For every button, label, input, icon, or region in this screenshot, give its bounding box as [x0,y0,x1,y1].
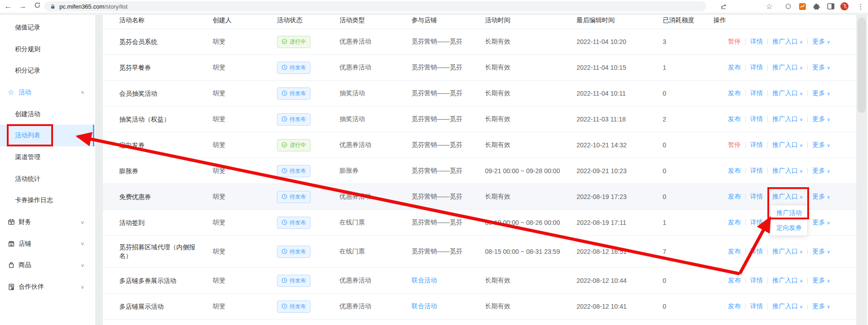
detail-link[interactable]: 详情 [750,247,763,256]
share-icon [720,3,727,10]
activity-name: 活动签到 [119,218,213,227]
dropdown-item-targeted-coupon[interactable]: 定向发券 [771,220,807,235]
sidebar-item-6[interactable]: 渠道管理 [0,146,94,168]
more-link[interactable]: 更多∨ [812,218,830,227]
detail-link[interactable]: 详情 [750,89,763,97]
table-row: 觅芬早餐券 胡斐 待发布 优惠券活动 觅芬营销——觅芬 长期有效 2022-11… [103,55,856,81]
detail-link[interactable]: 详情 [750,38,763,46]
detail-link[interactable]: 详情 [750,167,763,175]
scrollbar-thumb[interactable] [858,18,866,113]
primary-action-link[interactable]: 发布 [728,302,741,310]
primary-action-link[interactable]: 发布 [728,167,741,175]
more-link[interactable]: 更多∨ [812,89,830,97]
page-scrollbar[interactable] [856,15,867,325]
detail-link[interactable]: 详情 [750,63,763,72]
promo-entrance-link[interactable]: 推广入口∨ [772,193,803,201]
more-link[interactable]: 更多∨ [812,115,830,123]
primary-action-link[interactable]: 暂停 [728,141,741,149]
primary-action-link[interactable]: 发布 [728,193,741,201]
activity-name: 定向发券 [119,141,213,150]
sidebar-item-4[interactable]: 创建活动 [0,103,94,125]
more-link[interactable]: 更多∨ [812,276,830,285]
more-link[interactable]: 更多∨ [812,167,830,175]
sidebar-item-12[interactable]: 合作伙伴∨ [0,276,94,298]
primary-action-link[interactable]: 发布 [728,276,741,285]
sidebar-item-8[interactable]: 卡券操作日志 [0,190,94,212]
promo-entrance-link[interactable]: 推广入口∨ [772,63,803,72]
participating-shops[interactable]: 联合活动 [412,276,485,285]
reload-button[interactable] [31,0,44,13]
sidebar-item-11[interactable]: 商品∨ [0,255,94,276]
record-circle-icon[interactable] [782,0,794,13]
forward-button[interactable]: → [16,0,29,13]
table-row: 多店铺展示活动 胡斐 待发布 优惠券活动 联合活动 长期有效 2022-08-1… [103,294,856,320]
detail-link[interactable]: 详情 [750,141,763,149]
browser-menu-button[interactable]: ⋮ [855,0,867,13]
chevron-up-icon: ∧ [81,89,84,95]
detail-link[interactable]: 详情 [750,218,763,227]
primary-action-link[interactable]: 发布 [728,63,741,72]
more-link[interactable]: 更多∨ [812,193,830,201]
primary-action-link[interactable]: 发布 [728,218,741,227]
activity-name: 觅芬会员系统 [119,38,213,46]
primary-action-link[interactable]: 暂停 [728,38,741,46]
more-link[interactable]: 更多∨ [812,302,830,310]
activity-name: 觅芬招募区域代理（内侧报名） [119,243,213,260]
more-link[interactable]: 更多∨ [812,38,830,46]
promo-entrance-link[interactable]: 推广入口∨ [772,302,803,310]
sidebar-item-0[interactable]: 储值记录 [0,17,94,39]
table-row: 觅芬会员系统 胡斐 进行中 优惠券活动 觅芬营销——觅芬 长期有效 2022-1… [103,29,856,55]
detail-link[interactable]: 详情 [750,115,763,123]
sidebar-item-5[interactable]: 活动列表 [0,125,94,146]
bookmark-star-button[interactable]: ☆ [763,0,775,13]
row-actions: 发布详情推广入口∨更多∨ [713,89,856,97]
back-button[interactable]: ← [2,0,15,13]
side-panel-button[interactable] [825,0,837,13]
url-domain: pc.mifen365.com [59,3,104,10]
last-edited-time: 2022-10-21 14:32 [577,141,663,149]
address-bar[interactable]: pc.mifen365.com/story/list [44,1,706,11]
promo-entrance-link[interactable]: 推广入口∨ [772,276,803,285]
extensions-puzzle-button[interactable] [810,0,822,13]
more-link[interactable]: 更多∨ [812,63,830,72]
promo-entrance-link[interactable]: 推广入口∨ [772,115,803,123]
more-link[interactable]: 更多∨ [812,141,830,149]
table-row: 会员抽奖活动 胡斐 待发布 抽奖活动 觅芬营销——觅芬 长期有效 2022-11… [103,81,856,107]
header-type: 活动类型 [339,16,412,24]
participating-shops[interactable]: 联合活动 [412,302,485,310]
sidebar-item-2[interactable]: 积分记录 [0,60,94,82]
primary-action-link[interactable]: 发布 [728,89,741,97]
last-edited-time: 2022-11-04 10:11 [577,90,663,97]
promo-entrance-link[interactable]: 推广入口∨ [772,89,803,97]
share-button[interactable] [718,0,729,13]
creator: 胡斐 [213,193,277,201]
dropdown-item-promote-activity[interactable]: 推广活动 [771,205,807,220]
sidebar-item-9[interactable]: 财务∨ [0,211,94,233]
status-badge: 待发布 [277,165,310,177]
profile-avatar[interactable]: 飞 [839,0,850,13]
last-edited-time: 2022-08-19 17:11 [577,219,663,226]
sidebar-scrollbar[interactable] [95,15,103,325]
consumed-quota: 0 [663,167,713,175]
promo-entrance-link[interactable]: 推广入口∨ [772,247,803,256]
status-label: 待发布 [290,91,306,96]
detail-link[interactable]: 详情 [750,193,763,201]
sidebar-item-7[interactable]: 活动统计 [0,168,94,190]
primary-action-link[interactable]: 发布 [728,115,741,123]
header-actions: 操作 [713,16,856,24]
primary-action-link[interactable]: 发布 [728,247,741,256]
analytics-extension-button[interactable] [796,0,808,13]
promo-entrance-link[interactable]: 推广入口∨ [772,167,803,175]
promo-entrance-link[interactable]: 推广入口∨ [772,38,803,46]
chevron-down-icon: ∨ [827,143,830,148]
detail-link[interactable]: 详情 [750,276,763,285]
status-badge: 待发布 [277,113,310,126]
detail-link[interactable]: 详情 [750,302,763,310]
sidebar-item-1[interactable]: 积分规则 [0,39,94,60]
table-row: 定向发券 胡斐 进行中 优惠券活动 觅芬营销——觅芬 长期有效 2022-10-… [103,132,856,158]
sidebar-item-label: 活动列表 [15,131,40,140]
promo-entrance-link[interactable]: 推广入口∨ [772,141,803,149]
sidebar-item-3[interactable]: ☆活动∧ [0,82,94,103]
sidebar-item-10[interactable]: 店铺∨ [0,233,94,255]
more-link[interactable]: 更多∨ [812,247,830,256]
